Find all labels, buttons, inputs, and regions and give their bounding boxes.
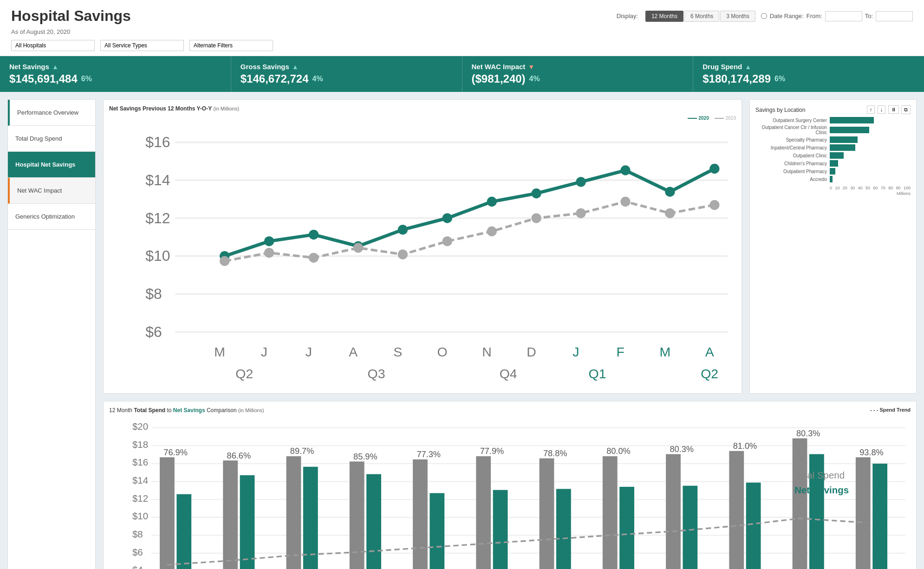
svg-rect-95 bbox=[619, 487, 634, 569]
svg-rect-97 bbox=[666, 454, 681, 569]
svg-text:J: J bbox=[573, 344, 579, 359]
loc-cancer: Outpatient Cancer Ctr / Infusion Clinic bbox=[755, 125, 911, 135]
svg-text:$18: $18 bbox=[132, 440, 148, 450]
svg-text:77.3%: 77.3% bbox=[416, 450, 440, 459]
svg-text:$16: $16 bbox=[145, 134, 170, 150]
svg-text:93.8%: 93.8% bbox=[859, 448, 883, 457]
svg-text:J: J bbox=[306, 344, 312, 359]
svg-text:$12: $12 bbox=[145, 210, 170, 226]
kpi-banner: Net Savings ▲ $145,691,484 6% Gross Savi… bbox=[0, 56, 924, 92]
sidebar-item-generics[interactable]: Generics Optimization bbox=[8, 204, 95, 230]
svg-point-29 bbox=[442, 236, 452, 246]
svg-point-33 bbox=[620, 197, 630, 207]
svg-text:$6: $6 bbox=[145, 323, 162, 340]
svg-text:Q3: Q3 bbox=[368, 366, 385, 381]
from-input[interactable] bbox=[825, 11, 862, 21]
svg-point-21 bbox=[620, 165, 630, 175]
svg-text:M: M bbox=[214, 344, 225, 359]
svg-rect-103 bbox=[793, 439, 807, 569]
svg-point-22 bbox=[665, 187, 675, 197]
sidebar: Performance Overview Total Drug Spend Ho… bbox=[7, 99, 96, 569]
svg-text:$16: $16 bbox=[132, 458, 148, 468]
kpi-net-wac: Net WAC Impact ▼ ($981,240) 4% bbox=[462, 56, 694, 92]
svg-point-13 bbox=[264, 236, 274, 246]
btn-3months[interactable]: 3 Months bbox=[720, 11, 755, 22]
svg-text:$10: $10 bbox=[145, 247, 170, 264]
svg-text:S: S bbox=[393, 344, 402, 359]
svg-text:77.9%: 77.9% bbox=[480, 447, 504, 456]
service-filter[interactable]: All Service Types bbox=[100, 40, 184, 51]
svg-rect-106 bbox=[856, 458, 871, 569]
svg-text:80.3%: 80.3% bbox=[670, 445, 693, 454]
svg-text:80.3%: 80.3% bbox=[796, 429, 820, 438]
kpi-drug-spend-value: $180,174,289 bbox=[703, 72, 771, 85]
svg-text:M: M bbox=[659, 344, 670, 359]
location-axis: 0102030405060708090100 bbox=[755, 186, 911, 190]
svg-text:$4: $4 bbox=[132, 565, 143, 569]
pause-icon[interactable]: ⏸ bbox=[888, 105, 899, 114]
svg-point-16 bbox=[398, 225, 408, 234]
header-date: As of August 20, 2020 bbox=[11, 28, 913, 40]
alternate-filter[interactable]: Alternate Filters bbox=[189, 40, 273, 51]
svg-rect-86 bbox=[429, 493, 444, 569]
date-range-group: Date Range: From: To: bbox=[761, 11, 913, 21]
loc-accredo: Accredo bbox=[755, 176, 911, 182]
svg-text:F: F bbox=[617, 344, 625, 359]
comp-title-2: Total Spend to bbox=[134, 407, 173, 414]
kpi-net-savings-pct: 6% bbox=[81, 75, 92, 83]
date-range-radio[interactable] bbox=[761, 13, 767, 19]
sidebar-item-net-wac[interactable]: Net WAC Impact bbox=[8, 178, 95, 204]
svg-text:Net Savings: Net Savings bbox=[794, 485, 849, 495]
header-title: Hospital Savings bbox=[11, 7, 131, 25]
sidebar-item-performance[interactable]: Performance Overview bbox=[8, 100, 95, 126]
svg-text:$8: $8 bbox=[145, 285, 162, 302]
svg-point-20 bbox=[576, 177, 586, 187]
svg-rect-91 bbox=[540, 459, 554, 569]
btn-12months[interactable]: 12 Months bbox=[645, 11, 683, 22]
millions-label: Millions bbox=[755, 191, 911, 196]
to-label: To: bbox=[865, 13, 873, 19]
svg-point-27 bbox=[353, 243, 363, 252]
kpi-drug-spend-title: Drug Spend bbox=[703, 63, 742, 71]
export-down-icon[interactable]: ↓ bbox=[878, 105, 886, 114]
svg-rect-92 bbox=[556, 489, 571, 569]
top-charts: Net Savings Previous 12 Months Y-O-Y (in… bbox=[103, 99, 917, 394]
svg-rect-100 bbox=[729, 451, 744, 569]
svg-point-26 bbox=[309, 253, 319, 263]
svg-rect-89 bbox=[493, 490, 508, 569]
spend-trend-label: - - - Spend Trend bbox=[870, 407, 911, 413]
svg-text:$14: $14 bbox=[132, 475, 148, 485]
comp-subtitle: (in Millions) bbox=[238, 407, 264, 413]
svg-point-31 bbox=[531, 213, 541, 223]
filter-row: All Hospitals All Service Types Alternat… bbox=[11, 40, 913, 56]
copy-icon[interactable]: ⧉ bbox=[901, 105, 911, 114]
svg-text:$20: $20 bbox=[132, 422, 148, 432]
svg-text:$14: $14 bbox=[145, 172, 170, 188]
export-up-icon[interactable]: ↑ bbox=[867, 105, 875, 114]
svg-text:J: J bbox=[261, 344, 267, 359]
svg-point-19 bbox=[531, 188, 541, 198]
svg-point-18 bbox=[487, 197, 497, 207]
kpi-gross-savings-value: $146,672,724 bbox=[241, 72, 309, 85]
svg-point-34 bbox=[665, 208, 675, 218]
svg-point-32 bbox=[576, 208, 586, 218]
charts-area: Net Savings Previous 12 Months Y-O-Y (in… bbox=[96, 99, 917, 569]
loc-inpatient: Inpatient/Central Pharmacy bbox=[755, 144, 911, 151]
kpi-drug-spend: Drug Spend ▲ $180,174,289 6% bbox=[693, 56, 924, 92]
to-input[interactable] bbox=[876, 11, 913, 21]
svg-point-14 bbox=[309, 230, 319, 239]
kpi-drug-spend-arrow: ▲ bbox=[745, 63, 751, 71]
hospital-filter[interactable]: All Hospitals bbox=[11, 40, 95, 51]
display-label: Display: bbox=[617, 13, 638, 19]
svg-text:86.6%: 86.6% bbox=[227, 451, 251, 460]
svg-rect-77 bbox=[240, 475, 255, 569]
svg-rect-101 bbox=[746, 483, 761, 569]
net-savings-chart-title: Net Savings Previous 12 Months Y-O-Y (in… bbox=[109, 105, 736, 112]
sidebar-item-net-savings[interactable]: Hospital Net Savings bbox=[8, 152, 95, 178]
legend-2020: 2020 bbox=[688, 116, 709, 121]
sidebar-item-drug-spend[interactable]: Total Drug Spend bbox=[8, 126, 95, 152]
kpi-net-wac-pct: 4% bbox=[529, 75, 540, 83]
svg-text:Q1: Q1 bbox=[589, 366, 606, 381]
page-wrapper: Hospital Savings Display: 12 Months 6 Mo… bbox=[0, 0, 924, 569]
btn-6months[interactable]: 6 Months bbox=[684, 11, 719, 22]
